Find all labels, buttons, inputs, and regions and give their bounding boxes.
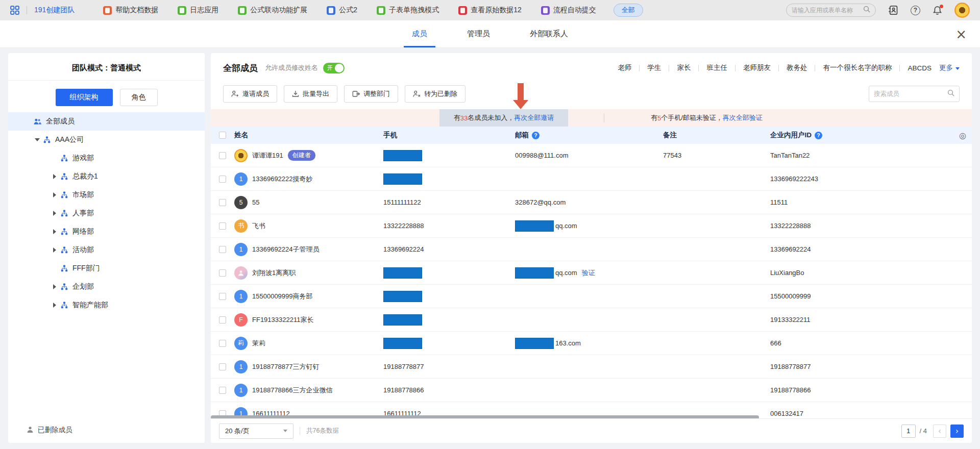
close-icon[interactable]: ×: [955, 28, 967, 41]
sidebar-item-FFF部门[interactable]: FFF部门: [8, 259, 205, 278]
member-userid-cell: 19133322211: [770, 316, 953, 323]
app-tab-子表单拖拽模式[interactable]: 子表单拖拽模式: [377, 6, 439, 15]
tree-caret-icon[interactable]: [52, 211, 57, 216]
sidebar-item-人事部[interactable]: 人事部: [8, 204, 205, 222]
row-checkbox[interactable]: [219, 269, 226, 277]
table-row: FFF19133322211家长19133322211: [211, 308, 972, 332]
tree-caret-icon[interactable]: [52, 192, 57, 197]
row-checkbox[interactable]: [219, 316, 226, 323]
转为已删除-button[interactable]: 转为已删除: [405, 85, 465, 103]
member-avatar: 莉: [234, 337, 248, 350]
sidebar-item-市场部[interactable]: 市场部: [8, 186, 205, 204]
app-tab-帮助文档数据[interactable]: 帮助文档数据: [103, 6, 158, 15]
member-search-input[interactable]: [874, 90, 944, 97]
sidebar-tab-组织架构[interactable]: 组织架构: [56, 89, 113, 106]
邀请成员-button[interactable]: 邀请成员: [223, 85, 277, 103]
row-checkbox[interactable]: [219, 363, 226, 370]
tree-caret-icon[interactable]: [52, 284, 57, 289]
tab-管理员[interactable]: 管理员: [467, 20, 490, 47]
member-search[interactable]: [869, 86, 960, 102]
global-search[interactable]: [786, 4, 876, 17]
deleted-members-link[interactable]: 已删除成员: [27, 426, 72, 435]
批量导出-button[interactable]: 批量导出: [284, 85, 337, 103]
app-tab-公式2[interactable]: 公式2: [327, 6, 357, 15]
user-avatar[interactable]: [954, 3, 970, 18]
page-size-select[interactable]: 20 条/页: [219, 423, 293, 439]
app-icon: [103, 6, 112, 15]
row-checkbox[interactable]: [219, 246, 226, 253]
row-checkbox[interactable]: [219, 199, 226, 206]
sidebar-item-全部成员[interactable]: 全部成员: [8, 112, 205, 131]
column-label: 手机: [383, 131, 397, 140]
tree-caret-icon[interactable]: [52, 174, 57, 179]
member-name: 谭谭谭191: [252, 151, 283, 160]
sidebar-item-活动部[interactable]: 活动部: [8, 241, 205, 259]
app-tab-流程自动提交[interactable]: 流程自动提交: [541, 6, 596, 15]
row-checkbox[interactable]: [219, 387, 226, 394]
row-checkbox[interactable]: [219, 293, 226, 300]
row-checkbox-cell: [211, 152, 234, 159]
sidebar-item-游戏部[interactable]: 游戏部: [8, 149, 205, 167]
select-all-checkbox[interactable]: [219, 132, 226, 139]
sidebar-item-智能产能部[interactable]: 智能产能部: [8, 296, 205, 314]
app-tab-日志应用[interactable]: 日志应用: [178, 6, 218, 15]
team-name-link[interactable]: 191创建团队: [34, 6, 75, 15]
row-checkbox-cell: [211, 199, 234, 206]
调整部门-button[interactable]: 调整部门: [344, 85, 398, 103]
next-page-button[interactable]: ›: [950, 425, 964, 438]
app-tab-公式联动功能扩展[interactable]: 公式联动功能扩展: [238, 6, 307, 15]
contacts-book-icon[interactable]: [888, 5, 898, 15]
sidebar-tab-角色[interactable]: 角色: [120, 89, 158, 106]
pending-banner: 有 33 名成员未加入， 再次全部邀请 有 5 个手机/邮箱未验证， 再次全部验…: [211, 109, 972, 127]
filter-all-pill[interactable]: 全部: [614, 4, 643, 17]
department-icon: [61, 265, 68, 272]
row-checkbox[interactable]: [219, 340, 226, 347]
sidebar-item-总裁办1[interactable]: 总裁办1: [8, 167, 205, 186]
apps-grid-icon[interactable]: [10, 6, 19, 15]
row-checkbox[interactable]: [219, 222, 226, 230]
row-checkbox[interactable]: [219, 176, 226, 183]
more-roles-button[interactable]: 更多: [939, 63, 960, 72]
tab-外部联系人[interactable]: 外部联系人: [530, 20, 568, 47]
role-filter-有一个很长名字的职称[interactable]: 有一个很长名字的职称: [823, 63, 892, 72]
caret-right-icon: [53, 284, 56, 289]
sidebar-item-企划部[interactable]: 企划部: [8, 278, 205, 296]
page-number-input[interactable]: 1: [901, 425, 916, 438]
app-icon: [541, 6, 550, 15]
column-label: 企业内用户ID: [770, 131, 812, 140]
help-icon[interactable]: ?: [532, 132, 540, 139]
tree-caret-icon[interactable]: [35, 137, 40, 142]
member-userid-cell: 15500009999: [770, 292, 953, 300]
app-tab-label: 帮助文档数据: [115, 6, 158, 15]
row-checkbox[interactable]: [219, 152, 226, 159]
tree-caret-icon[interactable]: [52, 247, 57, 253]
role-filter-老师朋友[interactable]: 老师朋友: [743, 63, 771, 72]
notification-bell-icon[interactable]: [933, 6, 942, 15]
role-filter-家长[interactable]: 家长: [677, 63, 691, 72]
help-icon[interactable]: ?: [911, 6, 920, 15]
rename-toggle[interactable]: 开: [323, 63, 345, 73]
caret-right-icon: [53, 211, 56, 216]
table-row: 刘翔波1离离职qq.com验证LiuXiangBo: [211, 261, 972, 285]
tree-caret-icon[interactable]: [52, 303, 57, 308]
sidebar-item-网络部[interactable]: 网络部: [8, 222, 205, 241]
tree-caret-icon[interactable]: [52, 229, 57, 234]
role-filter-ABCDS[interactable]: ABCDS: [908, 64, 932, 72]
global-search-input[interactable]: [792, 7, 860, 14]
app-tab-查看原始数据12[interactable]: 查看原始数据12: [458, 6, 522, 15]
verify-link[interactable]: 验证: [582, 268, 595, 278]
sidebar-item-AAA公司[interactable]: AAA公司: [8, 131, 205, 149]
reverify-all-link[interactable]: 再次全部验证: [723, 113, 763, 122]
help-icon[interactable]: ?: [815, 132, 822, 139]
reinvite-all-link[interactable]: 再次全部邀请: [514, 113, 554, 122]
member-avatar: [234, 266, 248, 280]
role-filter-老师[interactable]: 老师: [618, 63, 631, 72]
role-filter-班主任[interactable]: 班主任: [706, 63, 727, 72]
role-filter-学生[interactable]: 学生: [647, 63, 661, 72]
role-filter-教务处[interactable]: 教务处: [787, 63, 807, 72]
column-settings-icon[interactable]: ◎: [953, 131, 972, 140]
redacted-phone: [383, 267, 422, 279]
app-tab-label: 子表单拖拽模式: [389, 6, 439, 15]
tab-成员[interactable]: 成员: [412, 20, 427, 47]
prev-page-button[interactable]: ‹: [933, 425, 946, 438]
